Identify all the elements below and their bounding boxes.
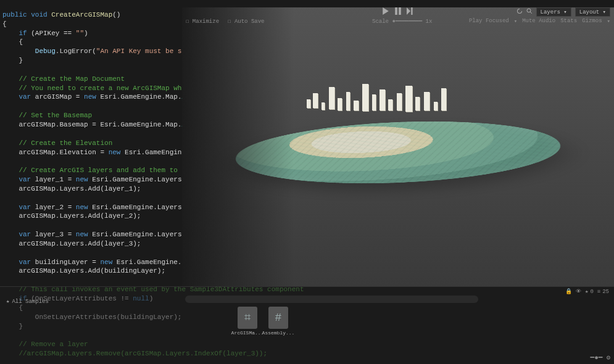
csharp-file-icon: ⌗: [238, 307, 257, 329]
layers-dropdown[interactable]: Layers ▾: [536, 7, 571, 17]
gizmos-dropdown[interactable]: Gizmos: [582, 18, 602, 25]
layout-dropdown[interactable]: Layout ▾: [575, 7, 610, 17]
svg-rect-2: [411, 7, 412, 15]
svg-line-4: [530, 12, 532, 14]
mute-audio-button[interactable]: Mute Audio: [522, 18, 555, 25]
stats-button[interactable]: Stats: [560, 18, 577, 25]
search-icon[interactable]: [526, 8, 533, 16]
autosave-label: ☐ Auto Save: [228, 18, 264, 25]
slider-icon[interactable]: ━●━: [591, 354, 603, 362]
asset-label: Assembly...: [262, 330, 295, 336]
asset-assembly[interactable]: # Assembly...: [267, 307, 290, 336]
project-panel[interactable]: 🔒 👁 ★ 0 ≡ 25 ★ All Samples ━●━ ⚙: [0, 286, 614, 364]
layers-count: ≡ 25: [597, 289, 609, 295]
asset-arcgismap[interactable]: ⌗ ArcGISMa...: [236, 307, 259, 336]
lock-icon[interactable]: 🔒: [565, 288, 572, 295]
project-toolbar: 🔒 👁 ★ 0 ≡ 25: [565, 288, 609, 295]
scale-slider[interactable]: Scale ●━━━━━━━━ 1x: [372, 18, 432, 25]
game-viewport[interactable]: Layers ▾ Layout ▾ ☐ Maximize ☐ Auto Save…: [182, 7, 614, 286]
maximize-label: ☐ Maximize: [186, 18, 219, 25]
pause-icon[interactable]: [394, 7, 402, 17]
viewport-toolbar: Layers ▾ Layout ▾: [182, 7, 614, 17]
asset-grid: ⌗ ArcGISMa... # Assembly...: [236, 307, 290, 336]
svg-rect-1: [399, 7, 401, 15]
settings-icon[interactable]: ⚙: [606, 354, 610, 362]
refresh-icon[interactable]: [517, 8, 523, 16]
star-icon[interactable]: ★ 0: [585, 288, 594, 295]
asset-label: ArcGISMa...: [231, 330, 264, 336]
play-focused-dropdown[interactable]: Play Focused: [469, 18, 509, 25]
viewport-subtoolbar: ☐ Maximize ☐ Auto Save Scale ●━━━━━━━━ 1…: [182, 17, 614, 25]
play-icon[interactable]: [382, 7, 389, 17]
step-icon[interactable]: [407, 7, 414, 17]
visibility-icon[interactable]: 👁: [576, 288, 581, 295]
favorites-breadcrumb[interactable]: ★ All Samples: [6, 298, 49, 305]
svg-rect-0: [395, 7, 397, 15]
assembly-file-icon: #: [268, 307, 288, 329]
city-buildings: [301, 75, 461, 130]
project-search[interactable]: [185, 296, 478, 303]
